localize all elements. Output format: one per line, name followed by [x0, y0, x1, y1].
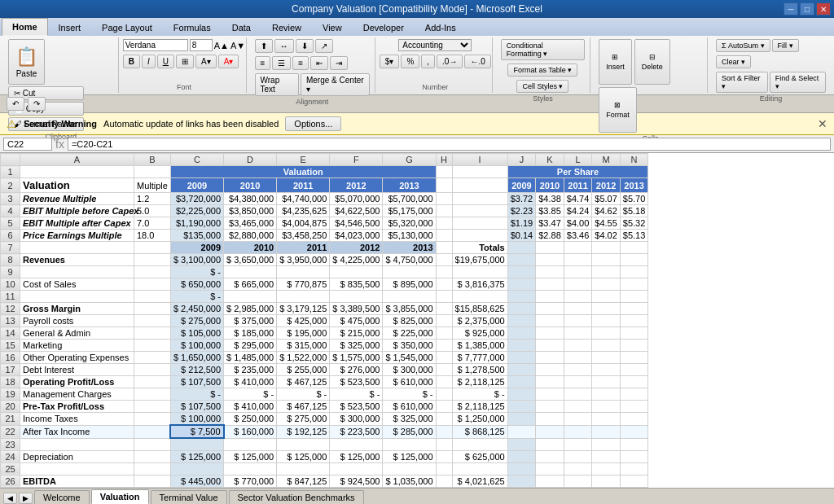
cell-B12[interactable]: [134, 303, 171, 315]
cell-G3[interactable]: $5,700,000: [383, 193, 436, 205]
cell-B14[interactable]: [134, 327, 171, 340]
cell-L2[interactable]: 2011: [564, 178, 592, 193]
cell-C7[interactable]: 2009: [170, 242, 223, 254]
cell-J7[interactable]: [507, 242, 536, 254]
cell-A13[interactable]: Payroll costs: [20, 315, 134, 327]
cell-E15[interactable]: $ 315,000: [277, 340, 330, 352]
cell-M21[interactable]: [592, 413, 621, 426]
cell-J3[interactable]: $3.72: [507, 193, 536, 205]
options-button[interactable]: Options...: [285, 116, 341, 131]
cell-N19[interactable]: [620, 388, 648, 401]
cell-L7[interactable]: [564, 242, 592, 254]
cell-M13[interactable]: [592, 315, 621, 327]
col-header-k[interactable]: K: [536, 154, 564, 166]
col-header-f[interactable]: F: [330, 154, 383, 166]
cell-F5[interactable]: $4,546,500: [330, 217, 383, 230]
cell-N16[interactable]: [620, 352, 648, 364]
cell-E5[interactable]: $4,004,875: [277, 217, 330, 230]
cell-F12[interactable]: $ 3,389,500: [330, 303, 383, 315]
cell-H21[interactable]: [436, 413, 452, 426]
cell-B21[interactable]: [134, 413, 171, 426]
cell-D8[interactable]: $ 3,650,000: [224, 254, 277, 266]
cell-E2[interactable]: 2011: [277, 178, 330, 193]
cell-K14[interactable]: [536, 327, 564, 340]
cell-D20[interactable]: $ 410,000: [224, 401, 277, 413]
cell-J22[interactable]: [507, 425, 536, 438]
cell-C9[interactable]: $ -: [170, 266, 223, 278]
cell-B11[interactable]: [134, 291, 171, 303]
font-size-increase[interactable]: A▲: [214, 41, 229, 50]
cell-B22[interactable]: [134, 425, 171, 438]
cell-H19[interactable]: [436, 388, 452, 401]
cell-C4[interactable]: $2,225,000: [170, 205, 223, 217]
align-right-button[interactable]: ≡: [292, 56, 309, 70]
cell-E13[interactable]: $ 425,000: [277, 315, 330, 327]
cell-E10[interactable]: $ 770,875: [277, 278, 330, 291]
formula-input[interactable]: [68, 138, 831, 151]
cell-I18[interactable]: $ 2,118,125: [452, 376, 507, 388]
decrease-decimal-button[interactable]: .0→: [437, 55, 463, 68]
col-header-i[interactable]: I: [452, 154, 507, 166]
align-center-button[interactable]: ☰: [272, 56, 291, 70]
cell-C18[interactable]: $ 107,500: [170, 376, 223, 388]
cell-J17[interactable]: [507, 364, 536, 376]
cell-M8[interactable]: [592, 254, 621, 266]
cell-K17[interactable]: [536, 364, 564, 376]
cell-A10[interactable]: Cost of Sales: [20, 278, 134, 291]
cell-E14[interactable]: $ 195,000: [277, 327, 330, 340]
cell-F11[interactable]: [330, 291, 383, 303]
cell-C11[interactable]: $ -: [170, 291, 223, 303]
cell-I20[interactable]: $ 2,118,125: [452, 401, 507, 413]
cell-K8[interactable]: [536, 254, 564, 266]
cell-J6[interactable]: $0.14: [507, 230, 536, 242]
cell-A23[interactable]: [20, 438, 134, 450]
cell-J14[interactable]: [507, 327, 536, 340]
cell-K19[interactable]: [536, 388, 564, 401]
cell-H17[interactable]: [436, 364, 452, 376]
clear-button[interactable]: Clear ▾: [716, 55, 751, 68]
format-button[interactable]: ⊠Format: [599, 87, 637, 133]
cell-K6[interactable]: $2.88: [536, 230, 564, 242]
cell-M2[interactable]: 2012: [592, 178, 621, 193]
cell-A15[interactable]: Marketing: [20, 340, 134, 352]
cell-J2[interactable]: 2009: [507, 178, 536, 193]
cell-K12[interactable]: [536, 303, 564, 315]
cell-K21[interactable]: [536, 413, 564, 426]
cell-N15[interactable]: [620, 340, 648, 352]
cell-I13[interactable]: $ 2,375,000: [452, 315, 507, 327]
cell-M6[interactable]: $4.02: [592, 230, 621, 242]
cell-B19[interactable]: [134, 388, 171, 401]
cell-M3[interactable]: $5.07: [592, 193, 621, 205]
cell-C17[interactable]: $ 212,500: [170, 364, 223, 376]
cell-G13[interactable]: $ 825,000: [383, 315, 436, 327]
cell-I19[interactable]: $ -: [452, 388, 507, 401]
cell-K16[interactable]: [536, 352, 564, 364]
cell-L10[interactable]: [564, 278, 592, 291]
cell-B17[interactable]: [134, 364, 171, 376]
cell-D16[interactable]: $ 1,485,000: [224, 352, 277, 364]
cell-I8[interactable]: $19,675,000: [452, 254, 507, 266]
cell-styles-button[interactable]: Cell Styles ▾: [516, 80, 568, 93]
cell-L12[interactable]: [564, 303, 592, 315]
cell-B7[interactable]: [134, 242, 171, 254]
cell-E11[interactable]: [277, 291, 330, 303]
decrease-indent-button[interactable]: ⇤: [310, 56, 328, 70]
cell-H18[interactable]: [436, 376, 452, 388]
cell-C14[interactable]: $ 105,000: [170, 327, 223, 340]
cell-M26[interactable]: [592, 475, 621, 487]
tab-insert[interactable]: Insert: [48, 18, 92, 36]
cell-F10[interactable]: $ 835,500: [330, 278, 383, 291]
cell-E12[interactable]: $ 3,179,125: [277, 303, 330, 315]
cell-C16[interactable]: $ 1,650,000: [170, 352, 223, 364]
cell-M23[interactable]: [592, 438, 621, 450]
cell-F17[interactable]: $ 276,000: [330, 364, 383, 376]
cell-B23[interactable]: [134, 438, 171, 450]
cell-A12[interactable]: Gross Margin: [20, 303, 134, 315]
cell-E19[interactable]: $ -: [277, 388, 330, 401]
cell-J25[interactable]: [507, 462, 536, 475]
cell-D24[interactable]: $ 125,000: [224, 450, 277, 462]
cell-M15[interactable]: [592, 340, 621, 352]
align-middle-button[interactable]: ↔: [274, 39, 294, 53]
cell-A3[interactable]: Revenue Multiple: [20, 193, 134, 205]
cell-H9[interactable]: [436, 266, 452, 278]
